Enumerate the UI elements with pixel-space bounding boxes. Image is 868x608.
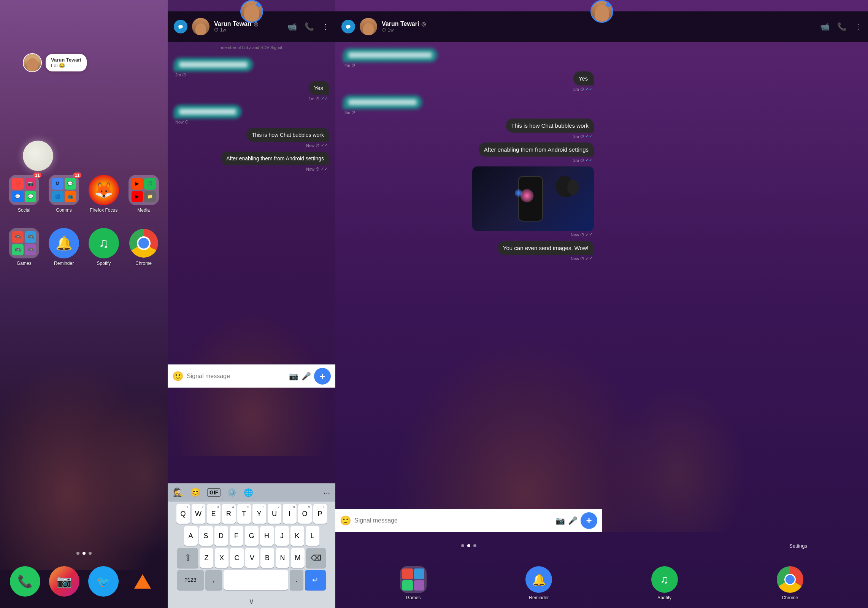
app-firefox-focus[interactable]: 🦊 Firefox Focus	[86, 175, 122, 213]
key-m[interactable]: M	[291, 548, 305, 568]
key-c[interactable]: C	[230, 548, 244, 568]
key-i[interactable]: 8I	[283, 504, 297, 524]
key-enter[interactable]: ↵	[305, 570, 326, 590]
key-period[interactable]: .	[290, 570, 303, 590]
app-games-folder[interactable]: 🎮 🎮 🎮 🎮 Games	[6, 228, 43, 266]
settings-label: Settings	[789, 542, 807, 549]
key-d[interactable]: D	[214, 526, 228, 546]
app-reminder[interactable]: 🔔 Reminder	[46, 228, 83, 266]
p3-dot-3	[473, 544, 476, 547]
key-x[interactable]: X	[215, 548, 229, 568]
keyboard-toolbar: 🕵️ 😊 GIF ⚙️ 🌐 ···	[168, 483, 335, 502]
video-call-icon-panel3[interactable]: 📹	[820, 22, 830, 31]
emoji-button[interactable]: 🙂	[172, 371, 184, 382]
timer-icon: ⏱	[214, 27, 219, 33]
kb-tool-more[interactable]: ···	[324, 488, 330, 497]
key-f[interactable]: F	[230, 526, 243, 546]
dot-3	[89, 552, 92, 555]
app-social-folder[interactable]: 11 ❤️ 📷 💬 💬 Social	[6, 175, 43, 213]
key-j[interactable]: J	[275, 526, 289, 546]
key-l[interactable]: L	[306, 526, 319, 546]
message-input[interactable]	[187, 373, 286, 380]
camera-button[interactable]: 📷	[289, 372, 298, 381]
app-media-folder[interactable]: ▶ 🎵 ▶ 📁 Media	[125, 175, 162, 213]
message-input-panel3[interactable]	[354, 517, 552, 524]
bubble-sender: Varun Tewari	[51, 57, 81, 63]
message-input-bar-panel2[interactable]: 🙂 📷 🎤 +	[168, 364, 335, 388]
dock-p3-reminder[interactable]: 🔔 Reminder	[525, 566, 552, 600]
key-y[interactable]: 6Y	[252, 504, 266, 524]
msg3-received-2: 3m⏱	[343, 95, 422, 115]
key-shift[interactable]: ⇧	[177, 548, 198, 568]
key-n[interactable]: N	[276, 548, 289, 568]
comms-badge: 11	[73, 173, 81, 178]
dock-p3-spotify[interactable]: ♫ Spotify	[651, 566, 678, 600]
key-b[interactable]: B	[260, 548, 274, 568]
app-chrome[interactable]: Chrome	[125, 228, 162, 266]
key-z[interactable]: Z	[200, 548, 213, 568]
send-button-panel3[interactable]: +	[581, 512, 597, 529]
kb-tool-spy[interactable]: 🕵️	[173, 488, 183, 497]
microphone-button-panel3[interactable]: 🎤	[568, 516, 578, 525]
message-list-panel2: 2m⏱ Yes 1m⏱✓✓ Now⏱ This is how Chat bubb…	[168, 53, 335, 176]
kb-tool-sticker[interactable]: 😊	[190, 488, 200, 497]
keyboard-hide-icon[interactable]: ∨	[249, 597, 254, 606]
microphone-button[interactable]: 🎤	[301, 372, 311, 381]
key-w[interactable]: 2W	[192, 504, 205, 524]
key-backspace[interactable]: ⌫	[306, 548, 326, 568]
p3-dot-1	[461, 544, 464, 547]
dock-p3-games[interactable]: Games	[400, 566, 427, 600]
dock-instagram[interactable]: 📷	[47, 566, 82, 597]
chat-bubble-notification[interactable]: Varun Tewari Lol 😂	[23, 53, 87, 72]
bubble-avatar-top[interactable]	[590, 0, 613, 23]
key-num-sym[interactable]: ?123	[177, 570, 204, 590]
dock-twitter[interactable]: 🐦	[86, 566, 121, 597]
key-h[interactable]: H	[260, 526, 274, 546]
more-options-icon[interactable]: ⋮	[322, 22, 329, 31]
app-spotify[interactable]: ♫ Spotify	[86, 228, 122, 266]
keyboard-panel[interactable]: 🕵️ 😊 GIF ⚙️ 🌐 ··· 1Q 2W 3E 4R 5T 6Y 7U 8…	[168, 483, 335, 608]
keyboard-keys: 1Q 2W 3E 4R 5T 6Y 7U 8I 9O 0P A S D F G …	[168, 502, 335, 594]
key-a[interactable]: A	[184, 526, 198, 546]
verified-icon-panel3: ◎	[421, 21, 426, 27]
message-sent-android-settings: After enabling them from Android setting…	[221, 152, 329, 171]
kb-tool-settings[interactable]: ⚙️	[227, 488, 237, 497]
msg3-sent-yes: Yes 3m⏱✓✓	[573, 71, 594, 92]
key-space[interactable]	[224, 570, 288, 590]
voice-call-icon-panel3[interactable]: 📞	[837, 22, 847, 31]
p3-dot-2	[467, 544, 470, 547]
key-g[interactable]: G	[245, 526, 259, 546]
key-s[interactable]: S	[199, 526, 213, 546]
message-received-1: 2m⏱	[174, 58, 253, 77]
video-call-icon[interactable]: 📹	[287, 22, 297, 31]
key-e[interactable]: 3E	[207, 504, 221, 524]
dock-phone[interactable]: 📞	[8, 566, 43, 597]
social-label: Social	[18, 207, 30, 213]
kb-tool-translate[interactable]: 🌐	[244, 488, 253, 497]
voice-call-icon[interactable]: 📞	[305, 22, 314, 31]
full-chat-cloud-bg	[335, 228, 868, 532]
key-p[interactable]: 0P	[313, 504, 327, 524]
key-t[interactable]: 5T	[237, 504, 251, 524]
kb-row-4: ?123 , . ↵	[169, 570, 334, 593]
key-r[interactable]: 4R	[222, 504, 236, 524]
dock-p3-chrome[interactable]: Chrome	[777, 566, 803, 600]
camera-button-panel3[interactable]: 📷	[555, 516, 565, 525]
key-comma[interactable]: ,	[205, 570, 222, 590]
kb-tool-gif[interactable]: GIF	[207, 488, 221, 497]
emoji-button-panel3[interactable]: 🙂	[340, 515, 351, 526]
dock-mint[interactable]	[125, 566, 160, 597]
message-input-bar-panel3[interactable]: 🙂 📷 🎤 +	[335, 509, 602, 532]
key-o[interactable]: 9O	[298, 504, 312, 524]
key-q[interactable]: 1Q	[176, 504, 190, 524]
keyboard-hide-bar[interactable]: ∨	[168, 594, 335, 608]
comms-label: Comms	[56, 207, 71, 213]
bubble-avatar[interactable]	[240, 0, 263, 23]
key-v[interactable]: V	[245, 548, 259, 568]
key-k[interactable]: K	[290, 526, 304, 546]
key-u[interactable]: 7U	[268, 504, 281, 524]
social-badge: 11	[33, 173, 41, 178]
more-options-icon-panel3[interactable]: ⋮	[854, 22, 862, 31]
send-button[interactable]: +	[314, 368, 331, 385]
app-comms-folder[interactable]: 11 M 💬 🔵 📺 Comms	[46, 175, 83, 213]
